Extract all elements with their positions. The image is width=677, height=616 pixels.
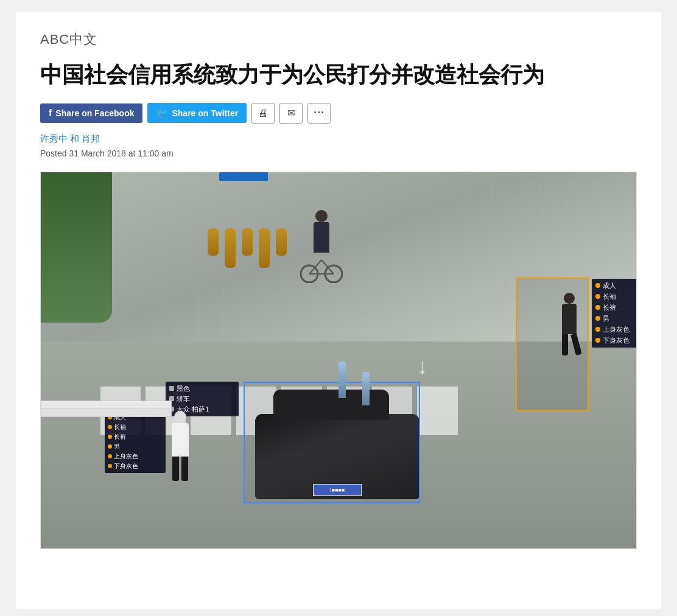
- email-button[interactable]: ✉: [279, 103, 303, 124]
- author2-link[interactable]: 肖邦: [82, 133, 100, 144]
- twitter-icon: 🐦: [156, 107, 168, 119]
- post-date: Posted 31 March 2018 at 11:00 am: [40, 149, 637, 158]
- site-title: ABC中文: [40, 30, 637, 49]
- share-twitter-button[interactable]: 🐦 Share on Twitter: [147, 103, 247, 123]
- bollard-2: [362, 372, 370, 405]
- surveillance-scene: I■■■■ 黑色 轿车 大众-帕萨1: [41, 172, 636, 548]
- connector: 和: [68, 133, 82, 144]
- detection-box-person: 成人 长袖 长裤 男 上: [516, 278, 589, 411]
- share-twitter-label: Share on Twitter: [172, 108, 238, 118]
- svg-line-2: [309, 260, 321, 274]
- person-on-bike: [297, 210, 346, 289]
- standing-person: 成人 长袖 长裤 男 上: [172, 411, 189, 481]
- share-bar: f Share on Facebook 🐦 Share on Twitter 🖨…: [40, 103, 637, 124]
- print-icon: 🖨: [258, 108, 268, 119]
- more-icon: ···: [314, 107, 324, 119]
- bollard-1: [338, 362, 346, 398]
- author1-link[interactable]: 许秀中: [40, 133, 68, 144]
- email-icon: ✉: [287, 107, 295, 119]
- blue-banner: [219, 172, 268, 181]
- arrow-sign: ↓: [417, 354, 428, 379]
- share-facebook-button[interactable]: f Share on Facebook: [40, 103, 142, 123]
- article-image: I■■■■ 黑色 轿车 大众-帕萨1: [40, 172, 637, 549]
- person-label-box: 成人 长袖 长裤 男 上: [592, 279, 637, 348]
- share-facebook-label: Share on Facebook: [55, 108, 134, 118]
- tree-area: [41, 172, 112, 323]
- print-button[interactable]: 🖨: [251, 103, 275, 124]
- page-wrapper: ABC中文 中国社会信用系统致力于为公民打分并改造社会行为 f Share on…: [16, 12, 661, 609]
- facebook-icon: f: [49, 108, 52, 119]
- person-car-label-box: 成人 长袖 长裤 男 上: [105, 411, 166, 473]
- more-button[interactable]: ···: [307, 103, 331, 124]
- top-bollards: [208, 228, 287, 268]
- svg-line-3: [321, 260, 334, 274]
- fence: [41, 408, 172, 417]
- authors: 许秀中 和 肖邦: [40, 133, 637, 145]
- detection-box-car: 黑色 轿车 大众-帕萨1: [244, 382, 420, 503]
- fence-2: [41, 401, 172, 409]
- article-title: 中国社会信用系统致力于为公民打分并改造社会行为: [40, 61, 637, 89]
